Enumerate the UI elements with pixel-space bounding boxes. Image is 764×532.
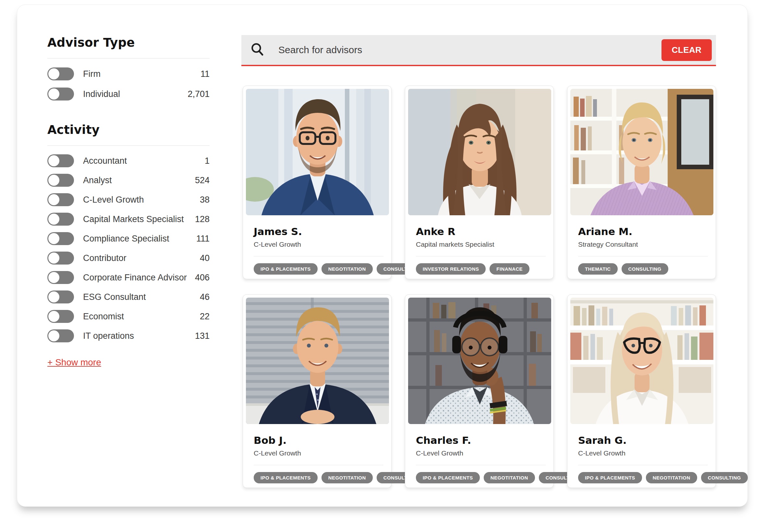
compliance-specialist-toggle[interactable] — [47, 232, 74, 245]
esg-consultant-toggle[interactable] — [47, 291, 74, 304]
advisor-photo — [246, 298, 389, 424]
advisor-photo — [408, 89, 551, 215]
toggle-knob — [48, 175, 59, 186]
advisor-name: Bob J. — [254, 435, 383, 446]
advisor-type-title: Advisor Type — [47, 36, 210, 50]
advisor-card-james[interactable]: James S. C-Level Growth IPO & PLACEMENTS… — [243, 85, 392, 279]
filter-count: 406 — [195, 273, 210, 283]
tag-pill: CONSULTING — [622, 263, 668, 275]
tag-pill: FINANACE — [489, 263, 529, 275]
advisor-role: C-Level Growth — [416, 449, 546, 457]
advisor-name: Ariane M. — [578, 226, 708, 237]
tag-pill: INVESTOR RELATIONS — [416, 263, 485, 275]
filter-row-c-level-growth: C-Level Growth 38 — [47, 190, 210, 209]
filter-row-contributor: Contributor 40 — [47, 248, 210, 268]
contributor-toggle[interactable] — [47, 252, 74, 265]
filter-label: Contributor — [83, 253, 126, 263]
it-operations-toggle[interactable] — [47, 330, 74, 342]
filter-label: Capital Markets Specialist — [83, 214, 184, 224]
filter-count: 11 — [201, 69, 210, 79]
filter-row-firm: Firm 11 — [47, 64, 210, 84]
filter-label: Individual — [83, 89, 120, 99]
advisor-card-body: Sarah G. C-Level Growth IPO & PLACEMENTS… — [570, 435, 713, 483]
filter-label: Accountant — [83, 156, 127, 166]
capital-markets-specialist-toggle[interactable] — [47, 213, 74, 226]
toggle-knob — [48, 194, 59, 205]
filter-label: Firm — [83, 69, 100, 79]
c-level-growth-toggle[interactable] — [47, 193, 74, 206]
filter-count: 46 — [200, 292, 210, 302]
divider — [578, 465, 708, 465]
tag-pill: NEGOTITATION — [321, 263, 373, 275]
filter-count: 128 — [195, 214, 210, 224]
tag-pill: NEGOTITATION — [646, 472, 697, 483]
advisor-photo — [408, 298, 551, 424]
advisor-role: C-Level Growth — [254, 449, 383, 457]
divider — [254, 256, 383, 256]
advisor-tags: IPO & PLACEMENTS NEGOTITATION CONSULTING — [416, 472, 546, 483]
toggle-knob — [48, 233, 59, 244]
toggle-knob — [48, 253, 59, 264]
individual-toggle[interactable] — [47, 87, 74, 100]
divider — [47, 58, 210, 59]
activity-filter-list: Accountant 1 Analyst 524 C-Level Growth … — [47, 151, 210, 345]
toggle-knob — [48, 272, 59, 283]
show-more-link[interactable]: + Show more — [47, 357, 101, 368]
firm-toggle[interactable] — [47, 67, 74, 80]
filter-label: Compliance Specialist — [83, 234, 169, 244]
filter-row-economist: Economist 22 — [47, 307, 210, 326]
advisor-card-sarah[interactable]: Sarah G. C-Level Growth IPO & PLACEMENTS… — [567, 294, 716, 488]
search-icon — [251, 42, 265, 58]
divider — [416, 465, 546, 465]
clear-button[interactable]: CLEAR — [662, 39, 712, 61]
corporate-finance-advisor-toggle[interactable] — [47, 271, 74, 284]
filter-count: 2,701 — [188, 89, 210, 99]
toggle-knob — [48, 68, 59, 79]
tag-pill: NEGOTITATION — [321, 472, 373, 483]
advisor-card-body: James S. C-Level Growth IPO & PLACEMENTS… — [246, 226, 388, 275]
advisor-photo — [570, 89, 713, 215]
filter-count: 1 — [205, 156, 210, 166]
advisor-directory-panel: Advisor Type Firm 11 Individual 2,701 Ac… — [17, 5, 748, 507]
filter-count: 524 — [195, 175, 210, 186]
advisor-tags: IPO & PLACEMENTS NEGOTITATION CONSULTING — [578, 472, 708, 483]
filter-count: 22 — [200, 312, 210, 322]
filter-count: 111 — [196, 234, 210, 244]
advisor-card-ariane[interactable]: Ariane M. Strategy Consultant THEMATIC C… — [567, 85, 716, 279]
filter-row-it-operations: IT operations 131 — [47, 326, 210, 345]
analyst-toggle[interactable] — [47, 174, 74, 187]
filter-row-accountant: Accountant 1 — [47, 151, 210, 171]
filter-row-esg-consultant: ESG Consultant 46 — [47, 287, 210, 307]
filter-label: IT operations — [83, 331, 134, 341]
filter-count: 38 — [200, 195, 210, 205]
search-bar: CLEAR — [241, 35, 716, 66]
toggle-knob — [48, 292, 59, 303]
filter-label: C-Level Growth — [83, 195, 144, 205]
filter-label: Analyst — [83, 175, 112, 186]
advisor-type-filter-list: Firm 11 Individual 2,701 — [47, 64, 210, 104]
toggle-knob — [48, 214, 59, 225]
toggle-knob — [48, 311, 59, 322]
advisor-role: C-Level Growth — [578, 449, 708, 457]
toggle-knob — [48, 331, 59, 341]
economist-toggle[interactable] — [47, 310, 74, 323]
accountant-toggle[interactable] — [47, 154, 74, 167]
filter-label: Corporate Finance Advisor — [83, 273, 187, 283]
advisor-card-anke[interactable]: Anke R Capital markets Specialist INVEST… — [405, 85, 554, 279]
divider — [254, 465, 383, 465]
advisor-name: Anke R — [416, 226, 546, 237]
filter-sidebar: Advisor Type Firm 11 Individual 2,701 Ac… — [47, 36, 210, 368]
filter-row-capital-markets-specialist: Capital Markets Specialist 128 — [47, 209, 210, 229]
search-input[interactable] — [279, 45, 662, 56]
tag-pill: NEGOTITATION — [484, 472, 535, 483]
filter-count: 131 — [195, 331, 210, 341]
filter-row-corporate-finance-advisor: Corporate Finance Advisor 406 — [47, 268, 210, 287]
advisor-role: Strategy Consultant — [578, 240, 708, 248]
divider — [578, 256, 708, 256]
tag-pill: THEMATIC — [578, 263, 618, 275]
advisor-card-charles[interactable]: Charles F. C-Level Growth IPO & PLACEMEN… — [405, 294, 554, 488]
advisor-card-body: Bob J. C-Level Growth IPO & PLACEMENTS N… — [246, 435, 388, 483]
advisor-role: C-Level Growth — [254, 240, 383, 248]
advisor-card-bob[interactable]: Bob J. C-Level Growth IPO & PLACEMENTS N… — [243, 294, 392, 488]
advisor-tags: THEMATIC CONSULTING — [578, 263, 708, 275]
